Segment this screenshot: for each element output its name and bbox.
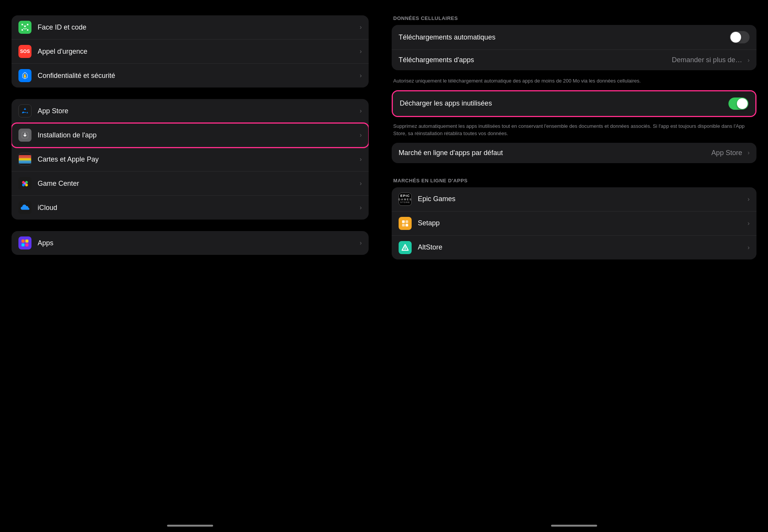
svg-point-19 bbox=[24, 182, 26, 185]
apps-label: Apps bbox=[38, 239, 357, 247]
app-downloads-row[interactable]: Téléchargements d'apps Demander si plus … bbox=[392, 50, 756, 70]
gamecenter-label: Game Center bbox=[38, 180, 357, 188]
install-item[interactable]: Installation de l'app › bbox=[12, 123, 369, 147]
svg-rect-13 bbox=[19, 160, 31, 164]
privacy-icon: ✋ bbox=[18, 69, 31, 82]
default-market-row[interactable]: Marché en ligne d'apps par défaut App St… bbox=[392, 143, 756, 163]
offload-label: Décharger les apps inutilisées bbox=[400, 99, 728, 107]
right-panel: DONNÉES CELLULAIRES Téléchargements auto… bbox=[380, 0, 768, 532]
privacy-chevron: › bbox=[360, 72, 362, 79]
svg-rect-0 bbox=[22, 24, 23, 25]
svg-point-4 bbox=[24, 26, 26, 27]
svg-rect-25 bbox=[406, 220, 408, 223]
gamecenter-item[interactable]: Game Center › bbox=[12, 172, 369, 196]
install-label: Installation de l'app bbox=[38, 131, 357, 139]
svg-rect-26 bbox=[402, 224, 405, 226]
appstore-chevron: › bbox=[360, 107, 362, 114]
faceid-item[interactable]: Face ID et code › bbox=[12, 15, 369, 40]
epicgames-label: Epic Games bbox=[418, 195, 745, 203]
altstore-icon bbox=[399, 241, 412, 254]
settings-group-1: Face ID et code › SOS Appel d'urgence › … bbox=[12, 15, 369, 88]
svg-rect-3 bbox=[27, 29, 28, 31]
gamecenter-icon bbox=[18, 177, 31, 190]
settings-group-2: App Store › Installation de l'app › bbox=[12, 99, 369, 220]
altstore-label: AltStore bbox=[418, 243, 745, 251]
svg-rect-21 bbox=[25, 240, 28, 243]
markets-card: EPIC GAMES STORE Epic Games › Setapp › bbox=[392, 187, 756, 259]
default-market-chevron: › bbox=[748, 149, 750, 156]
cellular-description: Autorisez uniquement le téléchargement a… bbox=[392, 74, 756, 90]
app-downloads-value: Demander si plus de… bbox=[672, 56, 742, 64]
cellular-section-title: DONNÉES CELLULAIRES bbox=[392, 15, 756, 25]
privacy-item[interactable]: ✋ Confidentialité et sécurité › bbox=[12, 64, 369, 88]
epicgames-item[interactable]: EPIC GAMES STORE Epic Games › bbox=[392, 187, 756, 211]
wallet-label: Cartes et Apple Pay bbox=[38, 155, 357, 164]
faceid-label: Face ID et code bbox=[38, 23, 357, 31]
setapp-label: Setapp bbox=[418, 219, 745, 227]
auto-downloads-label: Téléchargements automatiques bbox=[399, 33, 730, 41]
app-downloads-chevron: › bbox=[748, 57, 750, 64]
faceid-icon bbox=[18, 21, 31, 34]
svg-rect-20 bbox=[22, 240, 25, 243]
appstore-icon bbox=[18, 104, 31, 117]
apps-chevron: › bbox=[360, 240, 362, 246]
markets-section-title: MARCHÉS EN LIGNE D'APPS bbox=[392, 178, 756, 187]
privacy-label: Confidentialité et sécurité bbox=[38, 72, 357, 80]
svg-rect-22 bbox=[22, 243, 25, 246]
svg-rect-2 bbox=[22, 29, 23, 31]
default-market-value: App Store bbox=[712, 149, 742, 157]
wallet-item[interactable]: Cartes et Apple Pay › bbox=[12, 147, 369, 172]
offload-description: Supprimez automatiquement les apps inuti… bbox=[392, 119, 756, 143]
setapp-icon bbox=[399, 217, 412, 230]
icloud-icon bbox=[18, 201, 31, 214]
toggle-knob-auto bbox=[730, 32, 741, 43]
altstore-item[interactable]: AltStore › bbox=[392, 236, 756, 259]
svg-rect-24 bbox=[402, 220, 405, 223]
offload-wrapper: Décharger les apps inutilisées bbox=[392, 90, 756, 117]
offload-row[interactable]: Décharger les apps inutilisées bbox=[393, 91, 755, 116]
gamecenter-chevron: › bbox=[360, 180, 362, 187]
faceid-chevron: › bbox=[360, 24, 362, 31]
wallet-chevron: › bbox=[360, 156, 362, 163]
auto-downloads-row[interactable]: Téléchargements automatiques bbox=[392, 25, 756, 50]
settings-group-3: Apps › bbox=[12, 231, 369, 255]
sos-item[interactable]: SOS Appel d'urgence › bbox=[12, 40, 369, 64]
icloud-item[interactable]: iCloud › bbox=[12, 196, 369, 220]
offload-toggle[interactable] bbox=[728, 97, 748, 110]
svg-rect-23 bbox=[25, 243, 28, 246]
install-icon bbox=[18, 129, 31, 142]
sos-label: Appel d'urgence bbox=[38, 48, 357, 56]
icloud-label: iCloud bbox=[38, 204, 357, 212]
auto-downloads-toggle[interactable] bbox=[730, 31, 750, 43]
app-downloads-label: Téléchargements d'apps bbox=[399, 56, 672, 64]
apps-item[interactable]: Apps › bbox=[12, 231, 369, 255]
home-indicator-left bbox=[167, 525, 213, 527]
epicgames-icon: EPIC GAMES STORE bbox=[399, 193, 412, 206]
install-chevron: › bbox=[360, 132, 362, 139]
cellular-card: Téléchargements automatiques Téléchargem… bbox=[392, 25, 756, 70]
setapp-item[interactable]: Setapp › bbox=[392, 211, 756, 236]
appstore-item[interactable]: App Store › bbox=[12, 99, 369, 123]
sos-icon: SOS bbox=[18, 45, 31, 58]
svg-rect-27 bbox=[406, 224, 408, 226]
setapp-chevron: › bbox=[748, 220, 750, 227]
left-panel: Face ID et code › SOS Appel d'urgence › … bbox=[0, 0, 380, 532]
svg-rect-1 bbox=[27, 24, 28, 25]
default-market-card: Marché en ligne d'apps par défaut App St… bbox=[392, 143, 756, 163]
wallet-icon bbox=[18, 153, 31, 166]
svg-text:✋: ✋ bbox=[23, 73, 28, 78]
home-indicator-right bbox=[551, 525, 597, 527]
altstore-chevron: › bbox=[748, 244, 750, 251]
icloud-chevron: › bbox=[360, 204, 362, 211]
appstore-label: App Store bbox=[38, 107, 357, 115]
sos-chevron: › bbox=[360, 48, 362, 55]
epicgames-chevron: › bbox=[748, 196, 750, 203]
toggle-knob-offload bbox=[737, 98, 748, 109]
apps-icon bbox=[18, 236, 31, 249]
default-market-label: Marché en ligne d'apps par défaut bbox=[399, 149, 712, 157]
